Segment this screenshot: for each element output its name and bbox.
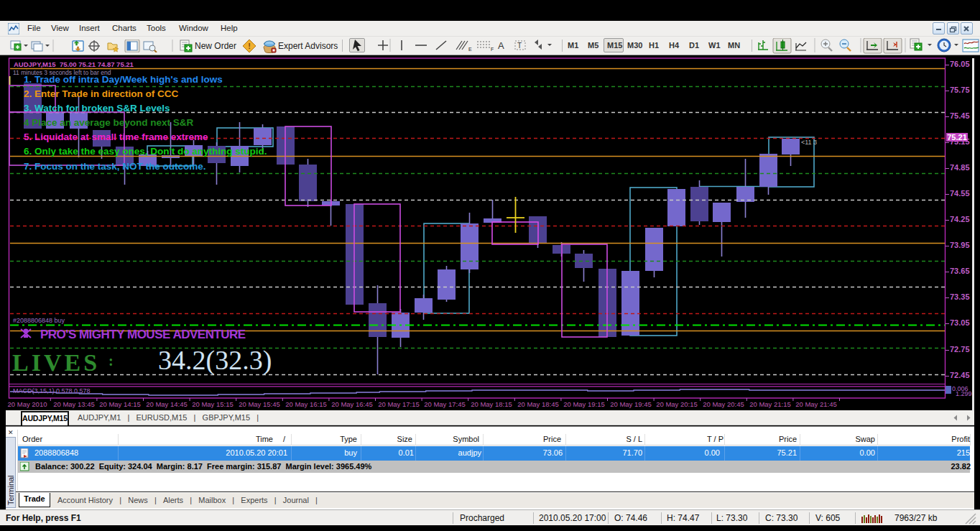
svg-text:F: F xyxy=(491,47,494,52)
svg-text:!: ! xyxy=(248,42,251,50)
svg-text:E: E xyxy=(468,47,472,52)
svg-text:A: A xyxy=(498,40,504,51)
svg-text:T: T xyxy=(517,42,522,50)
